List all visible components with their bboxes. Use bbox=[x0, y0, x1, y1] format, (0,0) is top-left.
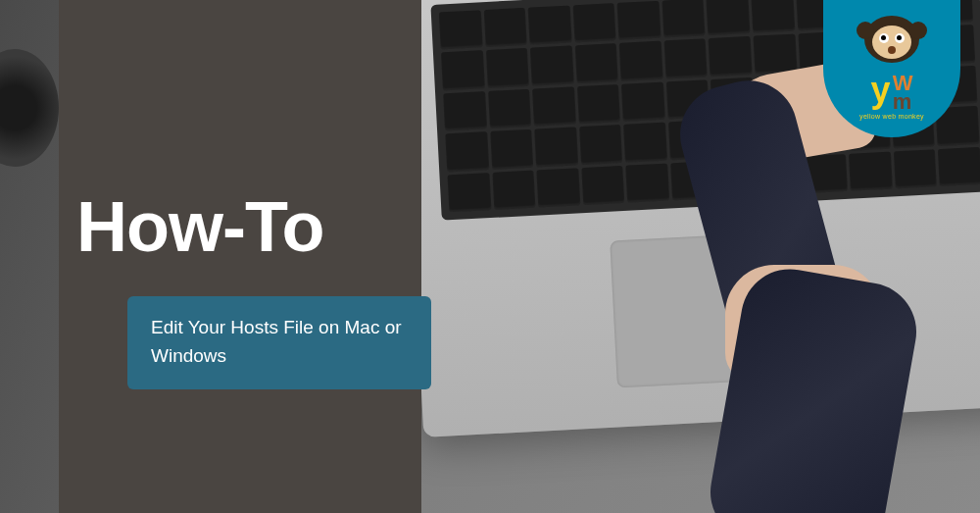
logo-tagline: yellow web monkey bbox=[859, 113, 924, 120]
brand-logo-badge: y W m yellow web monkey bbox=[823, 0, 960, 137]
subtitle-callout: Edit Your Hosts File on Mac or Windows bbox=[127, 296, 431, 389]
page-heading: How-To bbox=[76, 186, 324, 267]
logo-letter-m: m bbox=[893, 93, 913, 112]
logo-letter-y: y bbox=[871, 75, 891, 106]
subtitle-text: Edit Your Hosts File on Mac or Windows bbox=[151, 314, 404, 370]
monkey-icon bbox=[864, 16, 919, 71]
logo-letters: y W m bbox=[871, 75, 913, 111]
